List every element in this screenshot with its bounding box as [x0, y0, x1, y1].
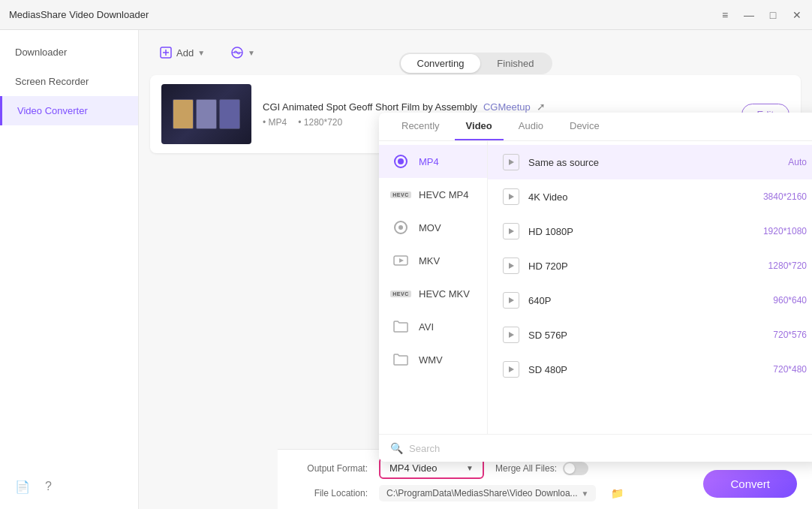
- format-tabs: Recently Video Audio Device: [379, 113, 812, 141]
- search-icon: 🔍: [390, 442, 403, 454]
- mkv-icon: [390, 253, 411, 268]
- format-item-avi[interactable]: AVI: [379, 310, 487, 343]
- maximize-btn[interactable]: □: [767, 9, 779, 21]
- window-controls: ≡ ― □ ✕: [719, 9, 803, 21]
- finished-mode-btn[interactable]: Finished: [480, 54, 550, 73]
- play-icon: [503, 154, 519, 170]
- mov-icon: [390, 220, 411, 235]
- add-url-button[interactable]: ▼: [221, 41, 264, 64]
- format-search: 🔍: [379, 434, 812, 462]
- file-thumbnail: [161, 84, 251, 144]
- add-button[interactable]: Add ▼: [150, 41, 214, 64]
- minimize-btn[interactable]: ―: [743, 9, 755, 21]
- resolution-item-hd-1080p[interactable]: HD 1080P 1920*1080: [488, 214, 812, 248]
- close-btn[interactable]: ✕: [791, 9, 803, 21]
- format-overlay: Recently Video Audio Device MP4: [379, 113, 812, 462]
- titlebar: MediasShare Video Downloader ≡ ― □ ✕: [0, 0, 812, 30]
- resolution-item-sd-576p[interactable]: SD 576P 720*576: [488, 318, 812, 352]
- file-title: CGI Animated Spot Geoff Short Film by As…: [263, 101, 730, 113]
- format-item-wmv[interactable]: WMV: [379, 343, 487, 376]
- svg-marker-6: [399, 258, 404, 263]
- external-link-icon[interactable]: ➚: [537, 101, 546, 113]
- output-format-label: Output Format:: [293, 463, 368, 474]
- sidebar-item-video-converter[interactable]: Video Converter: [0, 96, 138, 125]
- mp4-icon: [390, 154, 411, 169]
- help-icon[interactable]: ?: [45, 480, 52, 494]
- play-icon: [503, 258, 519, 274]
- sidebar-item-screen-recorder[interactable]: Screen Recorder: [0, 67, 138, 96]
- chevron-down-icon: ▼: [466, 464, 474, 472]
- output-format-value: MP4 Video: [389, 462, 437, 474]
- resolution-item-640p[interactable]: 640P 960*640: [488, 283, 812, 318]
- open-folder-icon[interactable]: 📁: [611, 487, 624, 499]
- hevc-mp4-icon: HEVC: [390, 187, 411, 202]
- toggle-knob: [564, 463, 575, 474]
- mode-toggle: Converting Finished: [398, 53, 552, 74]
- format-item-hevc-mp4[interactable]: HEVC HEVC MP4: [379, 178, 487, 211]
- resolution-item-same-as-source[interactable]: Same as source Auto: [488, 145, 812, 179]
- add-icon: [159, 46, 173, 59]
- menu-icon[interactable]: ≡: [719, 9, 731, 21]
- tab-device[interactable]: Device: [558, 113, 611, 140]
- resolution-item-4k[interactable]: 4K Video 3840*2160: [488, 179, 812, 214]
- app-title: MediasShare Video Downloader: [9, 9, 149, 20]
- sidebar-item-downloader[interactable]: Downloader: [0, 38, 138, 67]
- chevron-down-icon: ▼: [582, 489, 589, 498]
- play-icon: [503, 361, 519, 378]
- play-icon: [503, 188, 519, 205]
- resolution-item-sd-480p[interactable]: SD 480P 720*480: [488, 352, 812, 387]
- format-item-mp4[interactable]: MP4: [379, 145, 487, 178]
- wmv-icon: [390, 352, 411, 367]
- resolution-item-hd-720p[interactable]: HD 720P 1280*720: [488, 248, 812, 283]
- format-item-hevc-mkv[interactable]: HEVC HEVC MKV: [379, 277, 487, 310]
- avi-icon: [390, 319, 411, 334]
- play-icon: [503, 327, 519, 343]
- tab-recently[interactable]: Recently: [390, 113, 451, 140]
- file-location-dropdown[interactable]: C:\ProgramData\MediasShare\Video Downloa…: [379, 485, 596, 501]
- convert-button[interactable]: Convert: [703, 470, 797, 498]
- tab-audio[interactable]: Audio: [507, 113, 555, 140]
- app-body: Downloader Screen Recorder Video Convert…: [0, 30, 812, 509]
- file-location-label: File Location:: [293, 488, 368, 498]
- format-list: MP4 HEVC HEVC MP4 MOV: [379, 141, 488, 434]
- format-body: MP4 HEVC HEVC MP4 MOV: [379, 141, 812, 434]
- url-icon: [230, 46, 244, 59]
- sidebar: Downloader Screen Recorder Video Convert…: [0, 30, 139, 509]
- content-area: Add ▼ ▼ Converting Finished: [139, 30, 812, 509]
- converting-mode-btn[interactable]: Converting: [400, 54, 480, 73]
- format-item-mov[interactable]: MOV: [379, 211, 487, 244]
- play-icon: [503, 292, 519, 309]
- tab-video[interactable]: Video: [455, 113, 504, 140]
- merge-all-files: Merge All Files:: [495, 462, 588, 475]
- resolution-list: Same as source Auto 4K Video 3840*2160 H…: [488, 141, 812, 434]
- search-input[interactable]: [409, 443, 810, 454]
- merge-toggle-switch[interactable]: [563, 462, 588, 475]
- sidebar-bottom: 📄 ?: [0, 480, 139, 494]
- book-icon[interactable]: 📄: [15, 480, 30, 494]
- hevc-mkv-icon: HEVC: [390, 286, 411, 301]
- toolbar: Add ▼ ▼ Converting Finished: [150, 41, 801, 64]
- play-icon: [503, 223, 519, 239]
- format-item-mkv[interactable]: MKV: [379, 244, 487, 277]
